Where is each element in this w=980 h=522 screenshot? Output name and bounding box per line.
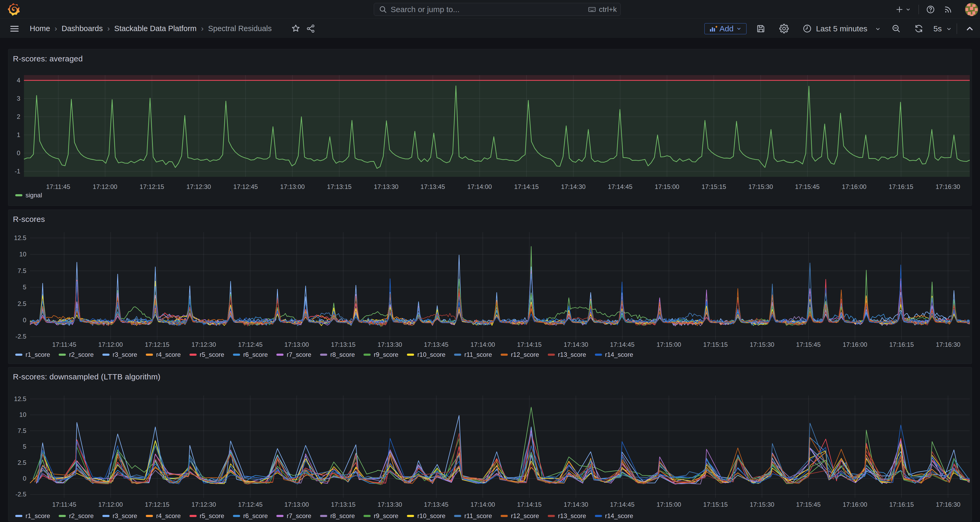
svg-text:17:14:30: 17:14:30 <box>563 341 588 348</box>
svg-text:17:14:30: 17:14:30 <box>561 183 585 190</box>
svg-text:17:12:15: 17:12:15 <box>145 341 169 348</box>
svg-text:0: 0 <box>23 475 26 482</box>
svg-text:17:12:00: 17:12:00 <box>98 501 123 508</box>
svg-text:17:14:30: 17:14:30 <box>563 501 588 508</box>
svg-text:17:11:45: 17:11:45 <box>52 501 76 508</box>
svg-text:17:13:30: 17:13:30 <box>377 341 402 348</box>
svg-text:17:15:45: 17:15:45 <box>796 341 821 348</box>
svg-text:2: 2 <box>17 113 20 120</box>
svg-text:0: 0 <box>23 316 26 324</box>
svg-text:17:16:00: 17:16:00 <box>843 341 867 348</box>
svg-text:12.5: 12.5 <box>14 234 26 241</box>
svg-text:-2.5: -2.5 <box>16 491 26 498</box>
svg-text:17:12:15: 17:12:15 <box>145 501 169 508</box>
svg-text:7.5: 7.5 <box>18 267 26 274</box>
svg-text:10: 10 <box>19 411 26 418</box>
svg-text:17:16:00: 17:16:00 <box>843 501 867 508</box>
svg-text:17:16:15: 17:16:15 <box>889 501 914 508</box>
svg-text:17:15:30: 17:15:30 <box>750 341 774 348</box>
svg-text:17:12:30: 17:12:30 <box>186 183 211 190</box>
svg-text:17:16:00: 17:16:00 <box>842 183 866 190</box>
svg-text:0: 0 <box>17 149 20 156</box>
svg-text:17:13:00: 17:13:00 <box>284 501 309 508</box>
svg-text:17:14:15: 17:14:15 <box>514 183 539 190</box>
svg-text:17:16:30: 17:16:30 <box>936 501 960 508</box>
svg-text:17:12:15: 17:12:15 <box>140 183 164 190</box>
svg-text:17:13:30: 17:13:30 <box>377 501 402 508</box>
svg-text:17:11:45: 17:11:45 <box>52 341 76 348</box>
svg-text:17:14:15: 17:14:15 <box>517 341 541 348</box>
svg-text:17:13:45: 17:13:45 <box>424 341 448 348</box>
svg-text:17:14:00: 17:14:00 <box>470 501 495 508</box>
svg-text:17:15:15: 17:15:15 <box>702 183 726 190</box>
svg-text:17:15:30: 17:15:30 <box>748 183 773 190</box>
svg-text:17:13:00: 17:13:00 <box>284 341 309 348</box>
svg-text:17:14:45: 17:14:45 <box>610 501 635 508</box>
svg-text:5: 5 <box>23 284 26 291</box>
svg-text:10: 10 <box>19 251 26 258</box>
svg-text:17:14:45: 17:14:45 <box>610 341 635 348</box>
svg-text:17:14:45: 17:14:45 <box>608 183 632 190</box>
svg-text:-2.5: -2.5 <box>16 333 26 340</box>
svg-text:17:16:30: 17:16:30 <box>936 341 960 348</box>
svg-text:17:12:45: 17:12:45 <box>238 341 262 348</box>
svg-text:-1: -1 <box>15 168 20 175</box>
svg-text:17:13:15: 17:13:15 <box>331 501 355 508</box>
svg-text:17:14:00: 17:14:00 <box>467 183 492 190</box>
svg-text:17:15:15: 17:15:15 <box>703 341 727 348</box>
svg-text:17:16:15: 17:16:15 <box>889 183 913 190</box>
svg-text:17:16:30: 17:16:30 <box>935 183 960 190</box>
svg-text:5: 5 <box>23 443 26 450</box>
svg-text:17:12:30: 17:12:30 <box>191 341 216 348</box>
svg-text:2.5: 2.5 <box>18 459 26 466</box>
svg-text:1: 1 <box>17 131 20 138</box>
svg-text:17:13:00: 17:13:00 <box>280 183 305 190</box>
svg-text:17:13:30: 17:13:30 <box>374 183 398 190</box>
svg-text:17:15:45: 17:15:45 <box>796 501 821 508</box>
svg-text:17:11:45: 17:11:45 <box>46 183 70 190</box>
svg-text:17:15:15: 17:15:15 <box>703 501 727 508</box>
svg-text:17:13:45: 17:13:45 <box>420 183 445 190</box>
svg-text:17:12:00: 17:12:00 <box>98 341 123 348</box>
svg-text:17:15:00: 17:15:00 <box>657 501 681 508</box>
svg-text:17:14:15: 17:14:15 <box>517 501 541 508</box>
svg-text:17:12:00: 17:12:00 <box>93 183 117 190</box>
svg-text:4: 4 <box>17 77 20 84</box>
svg-text:17:14:00: 17:14:00 <box>470 341 495 348</box>
svg-text:17:12:45: 17:12:45 <box>233 183 258 190</box>
svg-text:17:13:15: 17:13:15 <box>331 341 355 348</box>
svg-text:17:15:45: 17:15:45 <box>795 183 819 190</box>
svg-text:17:15:30: 17:15:30 <box>750 501 774 508</box>
svg-text:17:15:00: 17:15:00 <box>655 183 679 190</box>
svg-text:17:16:15: 17:16:15 <box>889 341 914 348</box>
svg-text:17:13:15: 17:13:15 <box>327 183 352 190</box>
svg-text:17:13:45: 17:13:45 <box>424 501 448 508</box>
svg-text:12.5: 12.5 <box>14 395 26 402</box>
svg-text:3: 3 <box>17 95 20 102</box>
svg-text:17:12:30: 17:12:30 <box>191 501 216 508</box>
svg-text:17:12:45: 17:12:45 <box>238 501 262 508</box>
svg-text:17:15:00: 17:15:00 <box>657 341 681 348</box>
svg-text:2.5: 2.5 <box>18 300 26 307</box>
svg-text:7.5: 7.5 <box>18 427 26 434</box>
